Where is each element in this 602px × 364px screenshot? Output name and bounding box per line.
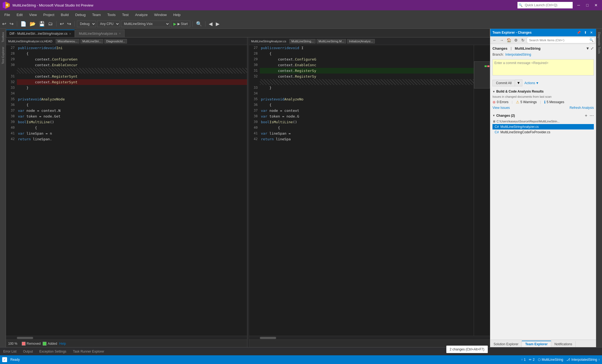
errors-count: 0 Errors (497, 100, 509, 104)
quick-launch-area[interactable]: 🔍 (517, 2, 573, 8)
breadcrumb-multiline[interactable]: MultiLineStri... (80, 39, 103, 43)
breadcrumb-misc[interactable]: Miscellaneou... (56, 39, 79, 43)
redo-button[interactable]: ↪ (66, 20, 72, 28)
refresh-analysis-link[interactable]: Refresh Analysis (570, 106, 594, 110)
debug-config-dropdown[interactable]: Debug (77, 21, 96, 27)
file-cs-icon-1: C# (495, 125, 499, 129)
te-pin-button[interactable]: 📌 (576, 30, 582, 35)
te-search-area[interactable]: 🔍 (527, 37, 595, 43)
menu-build[interactable]: Build (58, 10, 72, 19)
branch-link[interactable]: InterpolatedString (505, 53, 531, 56)
project-dropdown[interactable]: MultiLineString.Vsix (121, 21, 170, 27)
menu-window[interactable]: Window (151, 10, 170, 19)
tab-error-list[interactable]: Error List (2, 349, 18, 354)
menu-project[interactable]: Project (40, 10, 57, 19)
nav-back-button[interactable]: ◀ (208, 20, 214, 28)
menu-edit[interactable]: Edit (13, 10, 26, 19)
te-float-button[interactable]: ⬆ (583, 30, 588, 35)
changes-menu-btn[interactable]: ⋯ (589, 113, 594, 118)
add-all-changes-btn[interactable]: + (585, 113, 587, 118)
branch-icon: ⎇ (566, 358, 570, 362)
toolbox-label[interactable]: Toolbox (1, 30, 5, 45)
new-project-button[interactable]: 📄 (19, 20, 27, 28)
forward-button[interactable]: ↪ (8, 20, 15, 28)
file-item-analyzer[interactable]: C# MultiLineStringAnalyzer.cs (492, 124, 594, 129)
main-toolbar: ↩ ↪ 📄 📂 💾 🗂 ↩ ↪ Debug Any CPU MultiLineS… (0, 19, 602, 29)
main-tab-close[interactable]: ✕ (119, 32, 121, 35)
menu-debug[interactable]: Debug (72, 10, 89, 19)
te-home-btn[interactable]: 🏠 (506, 37, 512, 43)
rb-initialize[interactable]: Initialize(Analysi... (347, 39, 375, 43)
left-code-content[interactable]: 27 28 29 30 31 32 33 34 35 36 37 (6, 45, 247, 336)
right-scrollbar[interactable] (249, 336, 490, 340)
code-line-38-right: var token = node.G (260, 113, 490, 119)
commit-all-dropdown[interactable]: ▼ (515, 80, 522, 86)
left-scroll-thumb[interactable] (17, 337, 33, 339)
tab-task-runner[interactable]: Task Runner Explorer (72, 349, 105, 354)
menu-team[interactable]: Team (89, 10, 104, 19)
menu-file[interactable]: File (1, 10, 13, 19)
status-project[interactable]: ⬡ MultiLineString (538, 358, 563, 362)
undo-button[interactable]: ↩ (59, 20, 65, 28)
rb-multilinem[interactable]: MultiLineString.M... (317, 39, 346, 43)
te-search-input[interactable] (528, 37, 589, 43)
tab-output[interactable]: Output (22, 349, 34, 354)
right-code-content[interactable]: 27 28 29 30 31 32 33 34 35 36 37 (249, 45, 490, 336)
status-branch[interactable]: ⎇ InterpolatedString ↑ (566, 358, 600, 362)
platform-dropdown[interactable]: Any CPU (97, 21, 120, 27)
te-refresh-btn[interactable]: ↻ (520, 37, 526, 43)
right-scroll-thumb[interactable] (260, 337, 276, 339)
info-icon: ℹ (544, 100, 545, 104)
minimize-button[interactable]: ─ (575, 1, 582, 9)
find-button[interactable]: 🔍 (195, 20, 203, 28)
main-editor-tab[interactable]: MultiLineStringAnalyzer.cs ✕ (75, 30, 124, 37)
te-forward-btn[interactable]: → (498, 37, 505, 43)
left-scrollbar[interactable] (6, 336, 247, 340)
back-button[interactable]: ↩ (1, 20, 7, 28)
te-close-button[interactable]: ✕ (589, 30, 594, 35)
view-issues-link[interactable]: View Issues (492, 106, 510, 110)
status-commits[interactable]: ↑ 1 (521, 358, 526, 362)
tab-solution-explorer[interactable]: Solution Explorer (490, 341, 522, 347)
editor-area: Diff - MultiLineStri...ineStringAnalyzer… (6, 29, 490, 347)
quick-launch-input[interactable] (523, 2, 572, 8)
commit-all-button[interactable]: Commit All (492, 80, 515, 86)
help-link[interactable]: Help (59, 342, 66, 346)
added-label: Added (48, 342, 57, 346)
build-section-header[interactable]: ▼ Build & Code Analysis Results (492, 90, 594, 93)
diagnostic-tools-label[interactable]: Diagnostic Tools (597, 30, 601, 56)
te-settings-btn[interactable]: ⚙ (513, 37, 519, 43)
te-back-btn[interactable]: ← (491, 37, 498, 43)
te-maximize-btn[interactable]: ⤢ (591, 46, 594, 50)
maximize-button[interactable]: □ (584, 1, 591, 9)
tab-notifications[interactable]: Notifications (551, 341, 576, 347)
diff-tab[interactable]: Diff - MultiLineStri...ineStringAnalyzer… (6, 30, 75, 37)
actions-dropdown-button[interactable]: Actions ▼ (525, 81, 539, 85)
code-line-40-right: { (260, 125, 490, 131)
te-toolbar: ← → 🏠 ⚙ ↻ 🔍 (490, 36, 596, 44)
commit-message-input[interactable]: Enter a commit message <Required> (492, 59, 594, 75)
open-button[interactable]: 📂 (29, 20, 37, 28)
rb-multilinestring[interactable]: MultiLineString... (289, 39, 316, 43)
diff-tab-close[interactable]: ✕ (69, 32, 71, 35)
te-dropdown-btn[interactable]: ▼ (586, 46, 589, 50)
save-button[interactable]: 💾 (38, 20, 46, 28)
save-all-button[interactable]: 🗂 (47, 20, 54, 28)
file-item-codefix[interactable]: C# MultiLineStringCodeFixProvider.cs (492, 129, 594, 135)
menu-tools[interactable]: Tools (104, 10, 119, 19)
test-explorer-label[interactable]: Test Explorer (1, 45, 5, 66)
tab-team-explorer[interactable]: Team Explorer (522, 341, 551, 347)
menu-help[interactable]: Help (170, 10, 184, 19)
breadcrumb-diagnostic[interactable]: DiagnosticId... (104, 39, 127, 43)
menu-analyze[interactable]: Analyze (132, 10, 151, 19)
menu-test[interactable]: Test (119, 10, 132, 19)
menu-view[interactable]: View (26, 10, 40, 19)
code-line-27-right: public override void I (260, 45, 490, 51)
changes-section-title: Changes (492, 46, 507, 50)
start-button[interactable]: ▶ ▶ Start (171, 21, 190, 27)
status-changes[interactable]: ✏ 2 (529, 358, 535, 362)
nav-forward-button[interactable]: ▶ (215, 20, 221, 28)
tab-exception-settings[interactable]: Exception Settings (38, 349, 67, 354)
zoom-level[interactable]: 100 % (8, 342, 17, 346)
close-button[interactable]: ✕ (592, 1, 600, 9)
